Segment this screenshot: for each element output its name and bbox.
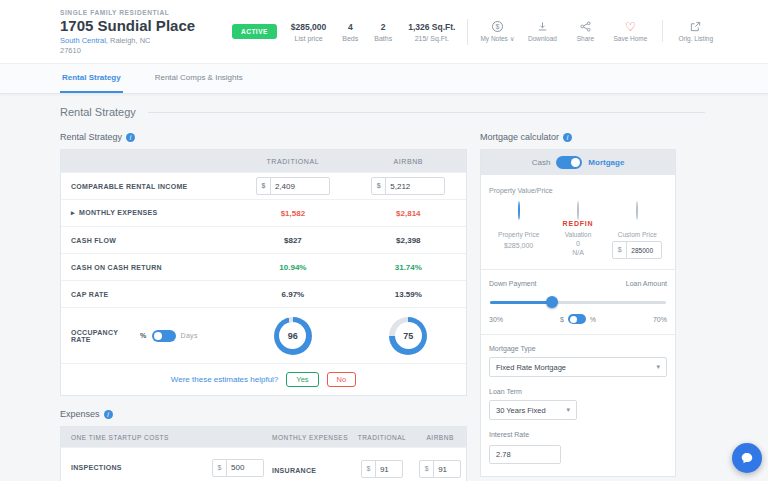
header-divider [662,20,663,42]
cash-flow-airbnb: $2,398 [351,236,466,245]
insurance-airbnb-input-group: $ [419,460,461,478]
action-label: Orig. Listing [678,35,713,42]
loan-term-select[interactable]: 30 Years Fixed ▾ [489,400,577,420]
property-header: SINGLE FAMILY RESIDENTIAL 1705 Sundial P… [0,0,768,64]
occupancy-airbnb-cell: 75 [351,311,466,361]
expenses-row-inspections: INSPECTIONS $ INSURANCE $ [61,447,466,481]
income-traditional-cell: $ [235,177,350,195]
cash-mode-label[interactable]: Cash [532,158,551,167]
insurance-airbnb-input[interactable] [434,465,460,474]
insurance-traditional-input[interactable] [376,465,402,474]
rental-strategy-table: TRADITIONAL AIRBNB COMPARABLE RENTAL INC… [60,149,467,396]
info-icon[interactable]: i [563,133,572,142]
traditional-income-input[interactable] [271,182,329,191]
insurance-airbnb-cell: $ [414,457,466,478]
stat-label: 215/ Sq.Ft. [408,35,455,42]
section-title-text: Rental Strategy [60,132,122,142]
currency-prefix: $ [372,178,386,194]
cash-on-cash-airbnb: 31.74% [351,263,466,272]
redfin-logo: REDFIN [548,220,607,231]
slider-max-label: 70% [653,316,667,323]
share-icon [570,20,600,33]
airbnb-income-input-group: $ [371,177,445,195]
occupancy-donut-traditional: 96 [274,317,312,355]
startup-cost-cell: INSPECTIONS $ [61,459,272,477]
column-header-monthly: MONTHLY EXPENSES [272,434,350,441]
column-header-traditional: TRADITIONAL [235,158,350,165]
share-button[interactable]: Share [570,20,600,42]
chat-launcher-button[interactable] [732,443,762,473]
divider [481,334,675,335]
table-header-row: TRADITIONAL AIRBNB [61,150,466,172]
my-notes-button[interactable]: $ My Notes ∨ [480,20,514,43]
dollar-percent-toggle[interactable] [568,314,586,324]
table-row-cap-rate: CAP RATE 6.97% 13.59% [61,280,466,307]
cash-on-cash-traditional: 10.94% [235,263,350,272]
payment-mode-band: Cash Mortgage [480,149,676,175]
mortgage-mode-label[interactable]: Mortgage [588,158,624,167]
table-row-occupancy-rate: OCCUPANCY RATE % Days 96 75 [61,307,466,363]
download-button[interactable]: Download [527,20,557,42]
airbnb-income-input[interactable] [386,182,444,191]
occupancy-value-traditional: 96 [279,322,306,349]
section-title-text: Mortgage calculator [480,132,559,142]
monthly-expenses-expander[interactable]: ▸ MONTHLY EXPENSES [61,209,235,217]
radio-property-price[interactable] [518,201,520,220]
property-title: 1705 Sundial Place [60,17,232,34]
cash-flow-traditional: $827 [235,236,350,245]
action-label: Share [570,35,600,42]
custom-price-input[interactable] [627,247,661,254]
option-custom-price[interactable]: Custom Price $ [608,202,667,259]
stat-value: 1,326 Sq.Ft. [408,22,455,32]
inspections-input[interactable] [227,463,263,472]
loan-term-value: 30 Years Fixed [496,406,546,415]
stat-value: $285,000 [291,22,326,32]
unit-percent-label[interactable]: % [590,316,596,323]
tab-rental-comps[interactable]: Rental Comps & Insights [153,64,245,93]
save-home-button[interactable]: ♡ Save Home [613,20,647,42]
table-row-cash-on-cash: CASH ON CASH RETURN 10.94% 31.74% [61,253,466,280]
page-heading: Rental Strategy [60,106,705,118]
option-redfin-valuation[interactable]: REDFIN Valuation 0 N/A [548,202,607,259]
tab-rental-strategy[interactable]: Rental Strategy [60,64,123,93]
feedback-no-button[interactable]: No [327,372,357,387]
monthly-expenses-traditional: $1,582 [235,209,350,218]
occupancy-unit-toggle[interactable] [152,330,176,342]
feedback-yes-button[interactable]: Yes [286,372,318,387]
external-link-icon [678,20,713,33]
action-label: Save Home [613,35,647,42]
heart-icon: ♡ [613,20,647,33]
section-title-text: Expenses [60,409,100,419]
orig-listing-button[interactable]: Orig. Listing [678,20,713,42]
column-header-airbnb: AIRBNB [351,158,466,165]
down-payment-slider[interactable] [490,296,666,308]
unit-dollar-label[interactable]: $ [560,316,564,323]
info-icon[interactable]: i [104,410,113,419]
status-badge: ACTIVE [232,24,277,39]
expenses-section-title: Expenses i [60,409,467,419]
tab-label: Rental Comps & Insights [155,73,243,82]
feedback-row: Were these estimates helpful? Yes No [61,363,466,395]
radio-custom-price[interactable] [636,201,638,220]
stat-label: Baths [374,35,392,42]
inspections-input-group: $ [212,459,264,477]
expand-icon: ▸ [71,209,75,216]
down-payment-slider-handle[interactable] [546,296,558,308]
stat-baths: 2 Baths [374,22,392,42]
main-content: Rental Strategy Rental Strategy i TRADIT… [0,94,768,481]
mortgage-type-select[interactable]: Fixed Rate Mortgage ▾ [489,357,667,377]
header-actions: $ My Notes ∨ Download Share ♡ Save Home … [480,20,713,43]
mortgage-section-title: Mortgage calculator i [480,132,676,142]
toggle-knob [571,158,580,167]
info-icon[interactable]: i [126,133,135,142]
cash-mortgage-toggle[interactable] [556,156,582,169]
header-divider [467,19,468,45]
monthly-expense-cell: INSURANCE [272,459,350,477]
radio-redfin-valuation[interactable] [577,201,579,220]
neighborhood-link[interactable]: South Central, [60,36,108,45]
notes-dollar-icon: $ [480,20,514,33]
interest-rate-input[interactable] [489,445,561,464]
option-property-price[interactable]: Property Price $285,000 [489,202,548,259]
tab-bar: Rental Strategy Rental Comps & Insights [0,64,768,94]
option-label: Custom Price [608,231,667,238]
